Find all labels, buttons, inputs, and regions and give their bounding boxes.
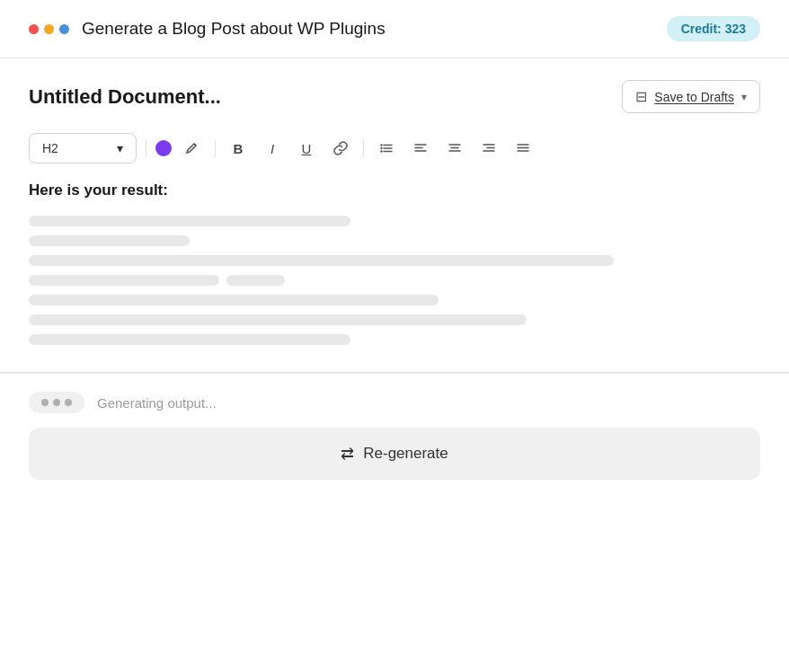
skeleton-line-6 [29,314,527,325]
list-icon [379,141,394,155]
align-center-icon [448,141,462,155]
gen-dot-1 [41,399,49,406]
align-right-icon [482,141,496,155]
generating-status-text: Generating output... [97,395,217,411]
dot-yellow [44,24,54,34]
skeleton-lines [29,216,760,345]
highlight-button[interactable] [179,135,206,162]
save-drafts-label: Save to Drafts [654,90,734,104]
result-area: Here is your result: [29,181,760,372]
document-title: Untitled Document... [29,85,221,109]
link-icon [333,141,348,155]
regenerate-button[interactable]: ⇄ Re-generate [29,428,760,480]
credit-badge: Credit: 323 [667,16,760,41]
skeleton-line-5 [29,295,439,305]
chevron-down-icon: ▾ [741,91,747,103]
document-top: Untitled Document... ⊟ Save to Drafts ▾ [29,80,760,113]
generating-area: Generating output... ⇄ Re-generate [0,373,789,498]
justify-icon [516,141,530,155]
color-picker-button[interactable] [155,140,172,156]
skeleton-line-1 [29,216,350,226]
gen-dot-2 [53,399,60,406]
justify-button[interactable] [510,135,536,162]
underline-button[interactable]: U [293,135,320,162]
svg-point-0 [380,144,382,146]
heading-chevron-icon: ▾ [117,141,123,155]
align-center-button[interactable] [441,135,468,162]
arrows-icon: ⇄ [341,444,354,464]
svg-point-2 [380,150,382,152]
gen-dot-3 [65,399,72,406]
header-left: Generate a Blog Post about WP Plugins [29,19,386,39]
window-dots [29,24,69,34]
link-button[interactable] [327,135,354,162]
skeleton-line-3 [29,255,614,266]
result-heading: Here is your result: [29,181,760,199]
skeleton-line-4a [29,275,219,286]
skeleton-line-4b [226,275,285,286]
dot-blue [59,24,69,34]
toolbar-divider-3 [363,139,364,157]
bold-button[interactable]: B [225,135,252,162]
skeleton-line-2 [29,235,190,246]
pen-icon [185,141,199,155]
regenerate-label: Re-generate [363,445,448,463]
italic-button[interactable]: I [259,135,286,162]
toolbar-divider-1 [146,139,146,157]
align-left-button[interactable] [407,135,434,162]
align-right-button[interactable] [475,135,502,162]
heading-label: H2 [42,141,58,155]
save-to-drafts-button[interactable]: ⊟ Save to Drafts ▾ [622,80,760,113]
toolbar-divider-2 [215,139,216,157]
header-title: Generate a Blog Post about WP Plugins [82,19,386,39]
heading-select[interactable]: H2 ▾ [29,133,137,164]
align-left-icon [413,141,428,155]
dot-red [29,24,39,34]
skeleton-line-7 [29,334,350,345]
bullet-list-button[interactable] [373,135,400,162]
svg-point-1 [380,147,382,149]
generating-row: Generating output... [29,392,760,413]
folder-icon: ⊟ [635,88,647,105]
document-area: Untitled Document... ⊟ Save to Drafts ▾ … [0,58,789,373]
generating-dots [29,392,84,413]
header: Generate a Blog Post about WP Plugins Cr… [0,0,789,58]
toolbar: H2 ▾ B I U [29,133,760,164]
skeleton-row-1 [29,275,760,286]
